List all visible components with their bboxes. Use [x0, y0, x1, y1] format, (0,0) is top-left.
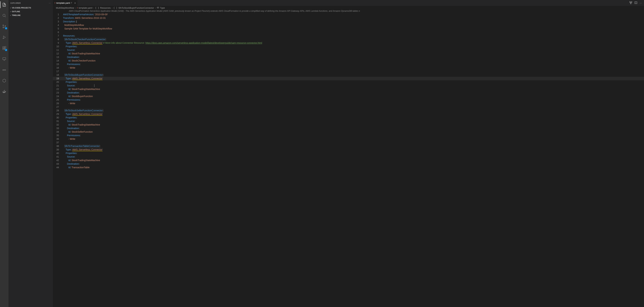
chevron-right-icon: ›	[9, 10, 12, 12]
hex-icon[interactable]	[0, 77, 8, 84]
svg-rect-0	[4, 4, 6, 6]
svg-rect-10	[4, 46, 6, 48]
chevron-right-icon: ›	[75, 6, 76, 9]
debug-icon[interactable]	[0, 34, 8, 41]
editor-group: ! template.yaml 7 × ··· MultiStepWorkflo…	[53, 0, 644, 307]
svg-rect-7	[3, 46, 4, 48]
section-label: VS-CODE-PROJECTS	[12, 7, 31, 9]
section-outline[interactable]: › OUTLINE	[8, 10, 53, 14]
braces-icon: { }	[95, 6, 99, 9]
explorer-icon[interactable]	[0, 1, 8, 8]
svg-rect-19	[157, 7, 159, 8]
tab-bar: ! template.yaml 7 × ···	[53, 0, 644, 6]
braces-icon: { }	[114, 6, 117, 9]
bc-node[interactable]: Type	[160, 6, 165, 9]
section-label: TIMELINE	[12, 14, 20, 16]
svg-rect-15	[631, 2, 632, 2]
remote-icon[interactable]	[0, 56, 8, 62]
chevron-right-icon: ›	[155, 6, 156, 9]
aws-icon[interactable]: aws	[0, 66, 8, 73]
bc-file[interactable]: template.yaml	[79, 6, 92, 9]
chevron-right-icon: ›	[112, 6, 112, 9]
docker-icon[interactable]	[0, 88, 8, 95]
chevron-right-icon: ›	[9, 7, 12, 9]
svg-rect-16	[630, 3, 631, 4]
extensions-icon[interactable]: 1	[0, 45, 8, 52]
explorer-more-icon[interactable]: ···	[49, 2, 51, 4]
svg-point-1	[3, 14, 5, 16]
activity-bar: 1 1 aws	[0, 0, 8, 307]
chevron-right-icon: ›	[94, 6, 94, 9]
svg-rect-14	[630, 2, 630, 2]
tab-problems-count: 7	[71, 2, 72, 4]
yaml-file-icon: !	[54, 2, 55, 4]
section-projects[interactable]: › VS-CODE-PROJECTS	[8, 6, 53, 10]
explorer-header: EXPLORER ···	[8, 0, 53, 6]
explorer-title: EXPLORER	[10, 2, 21, 4]
yaml-file-icon: !	[77, 6, 78, 9]
chevron-right-icon: ›	[9, 14, 12, 16]
schema-hint-text: AWS CloudFormation Serverless Applicatio…	[69, 10, 360, 12]
svg-point-4	[3, 27, 4, 28]
breadcrumb[interactable]: MultiStepWorkflow › ! template.yaml › { …	[53, 6, 644, 10]
svg-line-2	[5, 16, 6, 17]
bc-node[interactable]: Resources	[100, 6, 111, 9]
editor-cursor	[94, 84, 94, 87]
section-timeline[interactable]: › TIMELINE	[8, 14, 53, 17]
svg-point-6	[3, 38, 3, 39]
symbol-icon	[157, 6, 159, 9]
source-control-badge: 1	[5, 27, 7, 30]
more-icon[interactable]: ···	[640, 2, 642, 4]
schema-hint: AWS CloudFormation Serverless Applicatio…	[53, 10, 644, 13]
bc-node[interactable]: SfnToStockBuyerFunctionConnector	[118, 6, 154, 9]
close-icon[interactable]: ×	[74, 2, 76, 4]
section-label: OUTLINE	[12, 10, 20, 12]
svg-rect-11	[3, 58, 6, 60]
editor-actions: ···	[630, 0, 644, 6]
tab-template-yaml[interactable]: ! template.yaml 7 ×	[53, 0, 78, 6]
search-icon[interactable]	[0, 12, 8, 19]
svg-point-5	[5, 26, 6, 26]
side-panel: EXPLORER ··· › VS-CODE-PROJECTS › OUTLIN…	[8, 0, 53, 307]
source-control-icon[interactable]: 1	[0, 23, 8, 30]
tab-filename: template.yaml	[56, 2, 70, 4]
svg-point-3	[3, 25, 4, 26]
bc-folder[interactable]: MultiStepWorkflow	[56, 6, 74, 9]
svg-rect-8	[3, 48, 4, 50]
extensions-badge: 1	[5, 49, 7, 51]
split-editor-icon[interactable]	[634, 1, 637, 4]
code-area[interactable]: 1AWSTemplateFormatVersion: '2010-09-09' …	[53, 13, 644, 169]
workflow-icon[interactable]	[630, 1, 632, 4]
